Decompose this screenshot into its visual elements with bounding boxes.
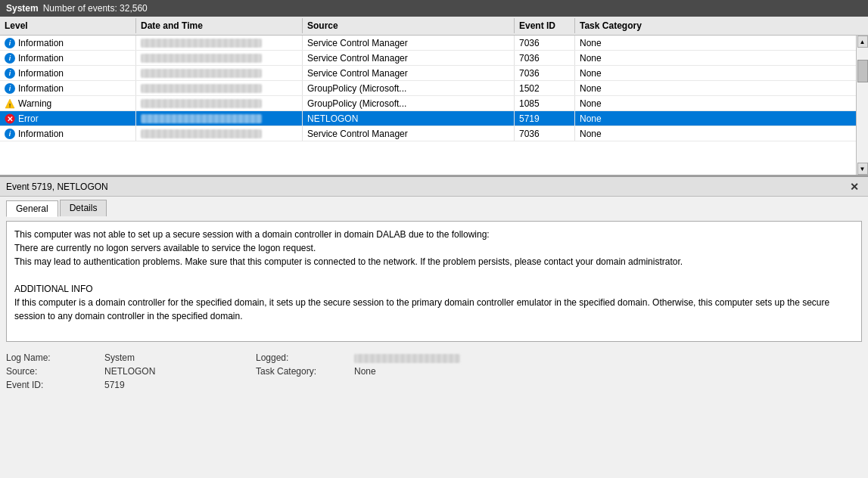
source-value: NETLOGON <box>104 366 256 377</box>
row-datetime <box>136 126 303 141</box>
row-eventid: 7036 <box>515 51 575 65</box>
datetime-blur <box>141 69 262 78</box>
row-level: iInformation <box>0 36 136 50</box>
row-eventid: 7036 <box>515 66 575 80</box>
scroll-down-arrow[interactable]: ▼ <box>857 163 868 175</box>
row-eventid: 7036 <box>515 126 575 141</box>
row-datetime <box>136 111 303 126</box>
row-category: None <box>575 126 856 141</box>
datetime-blur <box>141 129 262 138</box>
info-icon: i <box>5 83 15 94</box>
tab-bar: General Details <box>0 197 868 216</box>
row-eventid: 1502 <box>515 81 575 95</box>
row-source: Service Control Manager <box>303 51 515 65</box>
scrollbar[interactable]: ▲ ▼ <box>856 36 868 175</box>
col-header-level[interactable]: Level <box>0 18 136 33</box>
info-icon: i <box>5 53 15 64</box>
close-button[interactable]: ✕ <box>847 181 862 193</box>
row-category: None <box>575 51 856 65</box>
table-with-scroll: iInformation Service Control Manager 703… <box>0 36 868 175</box>
title-event-count: Number of events: 32,560 <box>43 3 148 14</box>
row-level: ✕ Error <box>0 111 136 126</box>
log-name-value: System <box>104 352 256 363</box>
row-source: GroupPolicy (Microsoft... <box>303 96 515 110</box>
event-table-body: iInformation Service Control Manager 703… <box>0 36 856 175</box>
table-row[interactable]: iInformation Service Control Manager 703… <box>0 126 856 141</box>
row-category: None <box>575 36 856 50</box>
row-datetime <box>136 96 303 110</box>
logged-blur <box>354 354 460 363</box>
title-system-label: System <box>6 3 39 14</box>
row-level: iInformation <box>0 126 136 141</box>
datetime-blur <box>141 99 262 108</box>
row-category: None <box>575 111 856 126</box>
col-header-eventid[interactable]: Event ID <box>515 18 575 33</box>
row-level: iInformation <box>0 81 136 95</box>
table-row[interactable]: iInformation GroupPolicy (Microsoft... 1… <box>0 81 856 96</box>
log-name-label: Log Name: <box>6 352 104 363</box>
datetime-blur <box>141 54 262 63</box>
svg-text:✕: ✕ <box>7 115 13 123</box>
event-detail-section: Event 5719, NETLOGON ✕ General Details T… <box>0 175 868 393</box>
row-category: None <box>575 96 856 110</box>
event-message-text: This computer was not able to set up a s… <box>14 229 829 321</box>
title-bar: System Number of events: 32,560 <box>0 0 868 17</box>
row-category: None <box>575 66 856 80</box>
event-id-value: 5719 <box>104 380 256 390</box>
scroll-up-arrow[interactable]: ▲ <box>857 36 868 48</box>
row-datetime <box>136 36 303 50</box>
scroll-thumb[interactable] <box>857 60 868 82</box>
svg-text:!: ! <box>9 101 11 108</box>
table-row[interactable]: ! Warning GroupPolicy (Microsoft... 1085… <box>0 96 856 111</box>
event-detail-header: Event 5719, NETLOGON ✕ <box>0 177 868 197</box>
row-datetime <box>136 51 303 65</box>
task-category-label: Task Category: <box>256 366 354 377</box>
tab-details[interactable]: Details <box>60 200 107 216</box>
task-category-value: None <box>354 366 862 377</box>
datetime-blur <box>141 39 262 48</box>
row-datetime <box>136 66 303 80</box>
event-table-section: Level Date and Time Source Event ID Task… <box>0 17 868 175</box>
info-icon: i <box>5 38 15 48</box>
event-id-label: Event ID: <box>6 380 104 390</box>
detail-content: This computer was not able to set up a s… <box>0 216 868 346</box>
row-level: iInformation <box>0 51 136 65</box>
source-label: Source: <box>6 366 104 377</box>
row-source: Service Control Manager <box>303 66 515 80</box>
row-source: GroupPolicy (Microsoft... <box>303 81 515 95</box>
warning-icon: ! <box>5 98 15 109</box>
datetime-blur <box>141 114 262 123</box>
error-icon: ✕ <box>5 113 15 124</box>
row-eventid: 7036 <box>515 36 575 50</box>
row-datetime <box>136 81 303 95</box>
table-row-selected[interactable]: ✕ Error NETLOGON 5719 None <box>0 111 856 126</box>
metadata-section: Log Name: System Logged: Source: NETLOGO… <box>0 346 868 393</box>
col-header-datetime[interactable]: Date and Time <box>136 18 303 33</box>
col-header-source[interactable]: Source <box>303 18 515 33</box>
row-source: Service Control Manager <box>303 126 515 141</box>
table-row[interactable]: iInformation Service Control Manager 703… <box>0 66 856 81</box>
table-row[interactable]: iInformation Service Control Manager 703… <box>0 36 856 51</box>
row-level: iInformation <box>0 66 136 80</box>
row-source: Service Control Manager <box>303 36 515 50</box>
row-level: ! Warning <box>0 96 136 110</box>
datetime-blur <box>141 84 262 93</box>
row-eventid: 1085 <box>515 96 575 110</box>
row-source: NETLOGON <box>303 111 515 126</box>
logged-label: Logged: <box>256 352 354 363</box>
row-eventid: 5719 <box>515 111 575 126</box>
row-category: None <box>575 81 856 95</box>
col-header-category[interactable]: Task Category <box>575 18 868 33</box>
tab-general[interactable]: General <box>6 200 58 217</box>
info-icon: i <box>5 68 15 79</box>
event-message-box: This computer was not able to set up a s… <box>6 221 862 342</box>
table-row[interactable]: iInformation Service Control Manager 703… <box>0 51 856 66</box>
info-icon: i <box>5 129 15 139</box>
logged-value <box>354 352 862 363</box>
event-table-header: Level Date and Time Source Event ID Task… <box>0 17 868 36</box>
event-detail-title: Event 5719, NETLOGON <box>6 182 108 192</box>
